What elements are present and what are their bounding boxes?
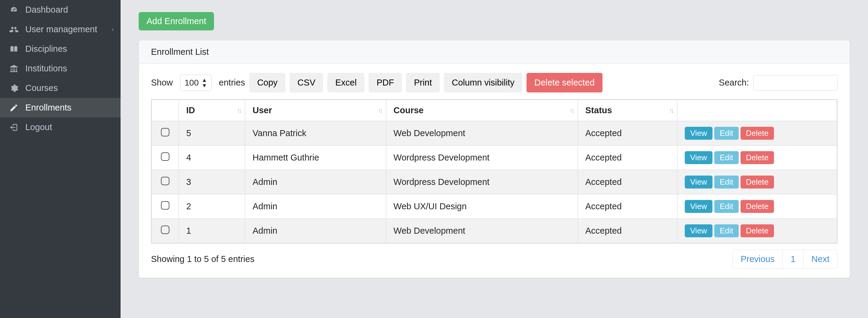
edit-button[interactable]: Edit: [714, 200, 739, 213]
copy-button[interactable]: Copy: [249, 73, 285, 93]
cell-status: Accepted: [578, 170, 677, 194]
sidebar-item-label: Courses: [25, 83, 58, 93]
cell-actions: ViewEditDelete: [677, 145, 837, 170]
delete-button[interactable]: Delete: [741, 224, 774, 237]
cell-status: Accepted: [578, 194, 677, 219]
view-button[interactable]: View: [685, 200, 712, 213]
row-checkbox[interactable]: [161, 201, 169, 210]
column-visibility-button[interactable]: Column visibility: [444, 73, 522, 93]
search-label: Search:: [719, 78, 749, 87]
cell-course: Wordpress Development: [386, 145, 578, 170]
dashboard-icon: [8, 5, 19, 14]
card-title: Enrollment List: [139, 40, 849, 64]
cell-actions: ViewEditDelete: [677, 170, 837, 194]
add-enrollment-button[interactable]: Add Enrollment: [138, 12, 214, 30]
cell-status: Accepted: [578, 121, 677, 145]
delete-button[interactable]: Delete: [741, 200, 774, 213]
updown-icon: ▲▼: [202, 77, 207, 88]
page-next[interactable]: Next: [804, 250, 837, 268]
cell-user: Hammett Guthrie: [245, 145, 386, 170]
main-content: Add Enrollment Enrollment List Show 100 …: [121, 0, 868, 318]
col-user[interactable]: User ↑↓: [245, 100, 386, 121]
row-checkbox[interactable]: [161, 177, 169, 185]
users-icon: [8, 25, 19, 34]
col-id[interactable]: ID ↑↓: [179, 100, 245, 121]
sidebar-item-logout[interactable]: Logout: [0, 117, 121, 137]
sidebar-item-label: Dashboard: [25, 5, 68, 15]
table-row: 5Vanna PatrickWeb DevelopmentAcceptedVie…: [152, 121, 837, 145]
edit-button[interactable]: Edit: [714, 151, 739, 164]
sidebar-item-enrollments[interactable]: Enrollments: [0, 98, 121, 117]
delete-button[interactable]: Delete: [741, 176, 774, 188]
cell-actions: ViewEditDelete: [677, 219, 837, 243]
row-checkbox[interactable]: [161, 225, 169, 234]
institution-icon: [8, 64, 19, 73]
sort-icon: ↑↓: [669, 107, 673, 114]
search-box: Search:: [719, 75, 838, 91]
view-button[interactable]: View: [685, 151, 712, 164]
row-checkbox[interactable]: [161, 128, 169, 136]
sidebar-item-label: Enrollments: [25, 103, 71, 113]
sidebar-item-user-management[interactable]: User management ‹: [0, 20, 121, 39]
cell-user: Admin: [245, 219, 386, 243]
excel-button[interactable]: Excel: [327, 73, 364, 93]
table-footer: Showing 1 to 5 of 5 entries Previous 1 N…: [151, 250, 838, 269]
cell-user: Admin: [245, 170, 386, 194]
cell-user: Admin: [245, 194, 386, 219]
chevron-left-icon: ‹: [112, 26, 114, 33]
view-button[interactable]: View: [685, 224, 712, 237]
card-body: Show 100 ▲▼ entries Copy CSV Excel PDF P…: [139, 64, 849, 278]
sidebar-item-label: Disciplines: [25, 44, 67, 54]
cell-course: Wordpress Development: [386, 170, 578, 194]
table-row: 2AdminWeb UX/UI DesignAcceptedViewEditDe…: [152, 194, 837, 219]
sidebar-item-label: User management: [25, 24, 97, 34]
search-input[interactable]: [753, 75, 838, 91]
page-length-value: 100: [185, 78, 199, 87]
delete-button[interactable]: Delete: [741, 151, 774, 164]
cell-status: Accepted: [578, 145, 677, 170]
page-length-select[interactable]: 100 ▲▼: [180, 75, 212, 91]
cell-id: 2: [179, 194, 245, 219]
view-button[interactable]: View: [685, 176, 712, 188]
entries-label: entries: [219, 78, 245, 87]
delete-selected-button[interactable]: Delete selected: [527, 73, 602, 93]
page-previous[interactable]: Previous: [733, 250, 783, 268]
edit-button[interactable]: Edit: [714, 224, 739, 237]
edit-button[interactable]: Edit: [714, 176, 739, 188]
table-toolbar: Show 100 ▲▼ entries Copy CSV Excel PDF P…: [151, 73, 838, 93]
sort-icon: ↑↓: [378, 107, 381, 114]
cell-status: Accepted: [578, 219, 677, 243]
enrollments-table: ID ↑↓ User ↑↓ Course ↑↓ Status: [151, 99, 838, 244]
row-checkbox[interactable]: [161, 152, 169, 161]
show-label: Show: [151, 78, 173, 87]
page-1[interactable]: 1: [783, 250, 804, 268]
sort-icon: ↑↓: [569, 107, 573, 114]
col-select: [152, 100, 179, 121]
view-button[interactable]: View: [685, 127, 712, 140]
col-status[interactable]: Status ↑↓: [578, 100, 677, 121]
cell-course: Web Development: [386, 121, 578, 145]
table-info: Showing 1 to 5 of 5 entries: [151, 254, 254, 264]
delete-button[interactable]: Delete: [741, 127, 774, 140]
cell-id: 3: [179, 170, 245, 194]
print-button[interactable]: Print: [406, 73, 440, 93]
edit-button[interactable]: Edit: [714, 127, 739, 140]
cell-course: Web Development: [386, 219, 578, 243]
pdf-button[interactable]: PDF: [369, 73, 402, 93]
cell-id: 4: [179, 145, 245, 170]
sidebar-item-dashboard[interactable]: Dashboard: [0, 0, 121, 20]
csv-button[interactable]: CSV: [290, 73, 323, 93]
cell-course: Web UX/UI Design: [386, 194, 578, 219]
table-row: 3AdminWordpress DevelopmentAcceptedViewE…: [152, 170, 837, 194]
cell-user: Vanna Patrick: [245, 121, 386, 145]
sidebar-item-courses[interactable]: Courses: [0, 78, 121, 98]
sidebar-item-disciplines[interactable]: Disciplines: [0, 39, 121, 59]
pagination: Previous 1 Next: [733, 250, 838, 269]
table-row: 1AdminWeb DevelopmentAcceptedViewEditDel…: [152, 219, 837, 243]
sort-icon: ↑↓: [237, 107, 241, 114]
table-row: 4Hammett GuthrieWordpress DevelopmentAcc…: [152, 145, 837, 170]
sidebar-item-institutions[interactable]: Institutions: [0, 59, 121, 78]
gear-icon: [8, 84, 19, 93]
col-course[interactable]: Course ↑↓: [386, 100, 578, 121]
pen-icon: [8, 103, 19, 112]
